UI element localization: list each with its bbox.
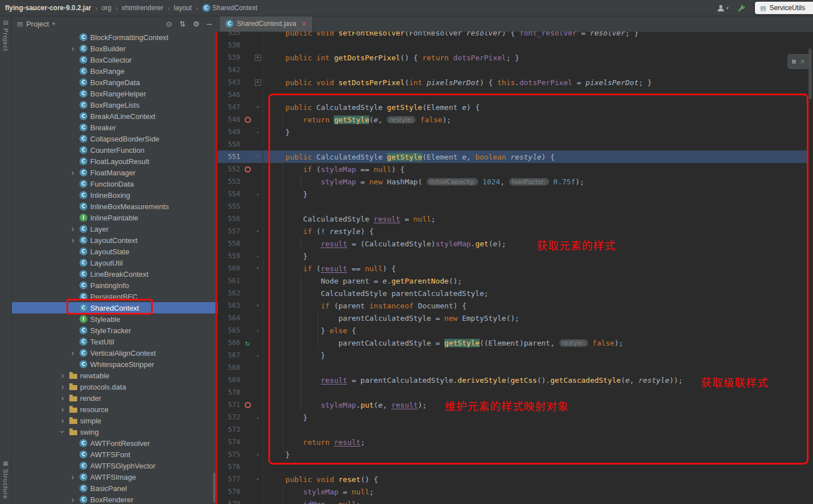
breakpoint-icon[interactable]: [242, 117, 253, 123]
tree-item-linebreakcontext[interactable]: CLineBreakContext: [11, 268, 218, 280]
code-line-572[interactable]: 572▴ }: [218, 411, 807, 423]
chevron-right-icon[interactable]: ›: [69, 226, 77, 232]
tree-item-counterfunction[interactable]: CCounterFunction: [11, 144, 218, 156]
editor-scrollbar[interactable]: [807, 32, 813, 504]
chevron-right-icon[interactable]: ›: [59, 383, 67, 390]
tree-item-breakatlinecontext[interactable]: CBreakAtLineContext: [11, 110, 218, 122]
tree-item-swing[interactable]: ›swing: [11, 426, 218, 437]
tree-item-basicpanel[interactable]: CBasicPanel: [11, 483, 218, 494]
chevron-right-icon[interactable]: ›: [59, 417, 67, 424]
tree-item-floatmanager[interactable]: ›CFloatManager: [11, 167, 218, 178]
chevron-right-icon[interactable]: ›: [69, 474, 77, 480]
tree-item-awtfontresolver[interactable]: CAWTFontResolver: [11, 437, 218, 449]
code-line-565[interactable]: 565▴ } else {: [218, 324, 807, 337]
code-line-566[interactable]: 566↻ parentCalculatedStyle = getStyle((E…: [218, 337, 807, 349]
project-panel-title[interactable]: Project: [26, 20, 48, 28]
fold-end-icon[interactable]: ▴: [253, 129, 263, 135]
code-line-574[interactable]: 574 return result;: [218, 436, 807, 448]
code-line-561[interactable]: 561 Node parent = e.getParentNode();: [218, 275, 807, 287]
tree-item-layer[interactable]: ›CLayer: [11, 223, 218, 235]
chevron-right-icon[interactable]: ›: [69, 45, 77, 52]
tree-item-layoututil[interactable]: CLayoutUtil: [11, 257, 218, 268]
tree-item-functiondata[interactable]: CFunctionData: [11, 178, 218, 189]
collapse-all-button[interactable]: ⇅: [179, 20, 185, 28]
tree-item-layoutcontext[interactable]: ›CLayoutContext: [11, 235, 218, 246]
settings-button[interactable]: ⚙: [193, 20, 200, 28]
tool-button-structure[interactable]: ▦ Structure: [0, 460, 11, 499]
fold-start-icon[interactable]: ▾: [253, 303, 263, 308]
code-line-569[interactable]: 569 result = parentCalculatedStyle.deriv…: [218, 374, 807, 386]
fold-start-icon[interactable]: ▾: [253, 266, 263, 271]
breadcrumb-item[interactable]: CSharedContext: [202, 4, 258, 12]
breadcrumb-item[interactable]: xhtmlrenderer: [122, 4, 164, 12]
code-line-567[interactable]: 567▴ }: [218, 349, 807, 361]
tree-item-newtable[interactable]: ›newtable: [11, 370, 218, 381]
code-line-579[interactable]: 579 idMap = null;: [218, 498, 807, 504]
code-line-573[interactable]: 573: [218, 423, 807, 436]
chevron-right-icon[interactable]: ›: [69, 350, 77, 356]
tree-item-sharedcontext[interactable]: CSharedContext: [11, 302, 218, 313]
tree-item-collapsedborderside[interactable]: CCollapsedBorderSide: [11, 133, 218, 144]
code-line-559[interactable]: 559▴ }: [218, 250, 807, 262]
code-line-547[interactable]: 547▾ public CalculatedStyle getStyle(Ele…: [218, 101, 807, 113]
breakpoint-icon[interactable]: [242, 402, 253, 408]
floating-tab-serviceutils[interactable]: ▤ ServiceUtils: [755, 2, 813, 14]
code-line-556[interactable]: 556 CalculatedStyle result = null;: [218, 213, 807, 225]
tree-item-inlineboxmeasurements[interactable]: CInlineBoxMeasurements: [11, 201, 218, 212]
fold-end-icon[interactable]: ▴: [253, 414, 263, 420]
code-line-551[interactable]: 551▾ public CalculatedStyle getStyle(Ele…: [218, 151, 807, 163]
code-editor[interactable]: 535 public void setFontResolver(FontReso…: [218, 32, 813, 504]
chevron-down-icon[interactable]: ▾: [52, 21, 55, 26]
code-line-554[interactable]: 554▴ }: [218, 188, 807, 200]
tree-item-boxrangedata[interactable]: CBoxRangeData: [11, 77, 218, 88]
code-line-538[interactable]: 538: [218, 39, 807, 51]
code-line-557[interactable]: 557▾ if (! restyle) {: [218, 225, 807, 237]
breadcrumb-item[interactable]: flying-saucer-core-9.0.2.jar: [5, 4, 91, 12]
hide-panel-button[interactable]: ─: [207, 20, 212, 28]
tree-item-layoutstate[interactable]: CLayoutState: [11, 246, 218, 257]
wrench-button[interactable]: [737, 4, 746, 12]
code-line-535[interactable]: 535 public void setFontResolver(FontReso…: [218, 32, 807, 39]
code-line-577[interactable]: 577▾ public void reset() {: [218, 473, 807, 485]
tree-item-boxrangelists[interactable]: CBoxRangeLists: [11, 99, 218, 110]
tree-item-boxrenderer[interactable]: ›CBoxRenderer: [11, 494, 218, 504]
tree-item-paintinginfo[interactable]: CPaintingInfo: [11, 280, 218, 291]
tree-item-styleable[interactable]: IStyleable: [11, 313, 218, 325]
tree-item-awtfsfont[interactable]: CAWTFSFont: [11, 449, 218, 460]
fold-expand-icon[interactable]: +: [253, 54, 263, 61]
code-line-539[interactable]: 539+ public int getDotsPerPixel() { retu…: [218, 51, 807, 64]
code-line-552[interactable]: 552 if (styleMap == null) {: [218, 163, 807, 175]
tree-item-awtfsimage[interactable]: ›CAWTFSImage: [11, 471, 218, 483]
code-line-546[interactable]: 546: [218, 89, 807, 101]
code-line-550[interactable]: 550: [218, 138, 807, 151]
fold-expand-icon[interactable]: +: [253, 79, 263, 86]
tree-item-protocols-data[interactable]: ›protocols.data: [11, 381, 218, 392]
widget-close-icon[interactable]: ✕: [800, 58, 805, 65]
code-line-575[interactable]: 575▴ }: [218, 448, 807, 461]
editor-tab-sharedcontext[interactable]: C SharedContext.java ✕: [220, 16, 313, 32]
chevron-right-icon[interactable]: ›: [69, 237, 77, 244]
code-line-553[interactable]: 553 styleMap = new HashMap( initialCapac…: [218, 175, 807, 188]
fold-start-icon[interactable]: ▾: [253, 154, 263, 160]
code-line-562[interactable]: 562 CalculatedStyle parentCalculatedStyl…: [218, 287, 807, 299]
tree-item-floatlayoutresult[interactable]: CFloatLayoutResult: [11, 156, 218, 167]
chevron-right-icon[interactable]: ›: [59, 395, 67, 401]
chevron-right-icon[interactable]: ›: [69, 496, 77, 503]
tree-item-simple[interactable]: ›simple: [11, 415, 218, 426]
chevron-right-icon[interactable]: ›: [59, 372, 67, 379]
fold-start-icon[interactable]: ▾: [253, 104, 263, 110]
locate-button[interactable]: ⊙: [166, 20, 172, 28]
tree-item-boxrangehelper[interactable]: CBoxRangeHelper: [11, 88, 218, 99]
tree-item-breaker[interactable]: CBreaker: [11, 122, 218, 133]
chevron-right-icon[interactable]: ›: [69, 169, 77, 176]
tree-item-blockformattingcontext[interactable]: CBlockFormattingContext: [11, 32, 218, 43]
code-line-563[interactable]: 563▾ if (parent instanceof Document) {: [218, 299, 807, 312]
project-scrollbar[interactable]: [213, 472, 217, 503]
code-line-549[interactable]: 549▴ }: [218, 126, 807, 138]
code-line-570[interactable]: 570: [218, 386, 807, 399]
tree-item-awtfsglyphvector[interactable]: CAWTFSGlyphVector: [11, 460, 218, 471]
tree-item-resource[interactable]: ›resource: [11, 404, 218, 415]
fold-end-icon[interactable]: ▴: [253, 352, 263, 358]
tree-item-inlineboxing[interactable]: CInlineBoxing: [11, 189, 218, 201]
code-line-571[interactable]: 571 styleMap.put(e, result);: [218, 399, 807, 411]
